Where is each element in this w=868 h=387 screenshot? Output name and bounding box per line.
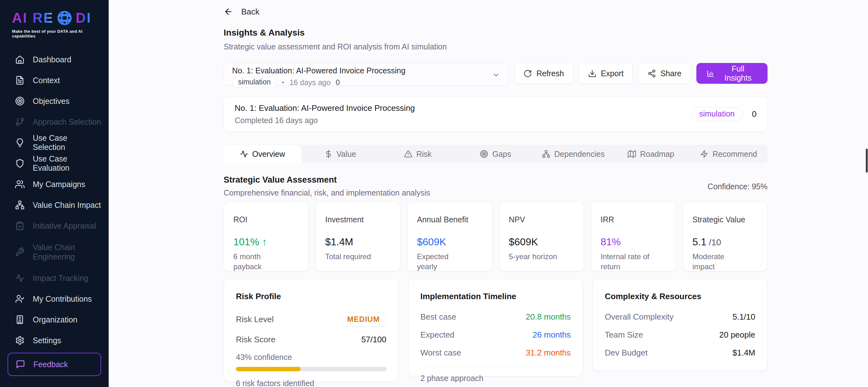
sidebar-item-objectives[interactable]: Objectives	[7, 91, 101, 111]
sidebar-item-value-chain-engineering: Value Chain Engineering	[7, 236, 101, 268]
metric-card-annual-benefit: Annual Benefit $609K Expected yearly	[407, 201, 492, 271]
expected-value: 26 months	[533, 330, 571, 340]
evaluation-count: 0	[752, 109, 756, 119]
page-title: Insights & Analysis	[224, 28, 768, 38]
evaluation-age: 16 days ago	[289, 78, 331, 87]
tab-dependencies[interactable]: Dependencies	[534, 145, 612, 163]
wrench-icon	[15, 247, 25, 257]
arrow-left-icon	[224, 7, 233, 17]
divider	[421, 366, 571, 366]
simulation-badge: simulation	[232, 77, 277, 88]
bar-chart-icon	[707, 69, 715, 78]
tab-recommend[interactable]: Recommend	[690, 145, 768, 163]
sidebar-item-value-chain-impact[interactable]: Value Chain Impact	[7, 195, 101, 215]
download-icon	[588, 69, 596, 78]
activity-icon	[15, 273, 25, 283]
sidebar-item-use-case-selection[interactable]: Use Case Selection	[7, 132, 101, 153]
risk-profile-panel: Risk Profile Risk Level MEDIUM Risk Scor…	[224, 279, 399, 382]
network-icon	[15, 200, 25, 210]
evaluation-select[interactable]: No. 1: Evaluation: AI-Powered Invoice Pr…	[224, 63, 509, 86]
simulation-badge: simulation	[691, 107, 743, 121]
sidebar-item-settings[interactable]: Settings	[7, 330, 101, 351]
app-window: AI RE DI Make the best of your DATA and …	[0, 0, 868, 387]
back-button[interactable]: Back	[224, 7, 271, 17]
worst-case-value: 31.2 months	[526, 348, 571, 358]
risk-factors-text: 6 risk factors identified	[236, 379, 386, 387]
chat-icon	[16, 360, 25, 369]
metric-card-roi: ROI 101% ↑ 6 month payback	[224, 201, 309, 271]
home-icon	[15, 55, 25, 64]
tab-overview[interactable]: Overview	[224, 145, 301, 163]
strategic-value-value: 5.1 /10	[692, 236, 758, 248]
gear-icon	[15, 336, 25, 345]
sidebar-item-initiative-appraisal: Initiative Appraisal	[7, 215, 101, 236]
sidebar-item-feedback[interactable]: Feedback	[7, 353, 101, 376]
network-icon	[542, 150, 550, 158]
export-button[interactable]: Export	[579, 63, 633, 84]
brand-logo: AI RE DI Make the best of your DATA and …	[7, 9, 101, 38]
implementation-timeline-panel: Implementation Timeline Best case 20.8 m…	[408, 279, 583, 376]
evaluation-title: No. 1: Evaluation: AI-Powered Invoice Pr…	[235, 103, 415, 113]
sidebar-item-my-campaigns[interactable]: My Campaigns	[7, 174, 101, 195]
globe-mesh-icon	[56, 9, 73, 27]
map-icon	[628, 150, 636, 158]
metric-cards: ROI 101% ↑ 6 month payback Investment $1…	[224, 201, 768, 271]
assessment-header: Strategic Value Assessment Comprehensive…	[224, 175, 768, 197]
best-case-value: 20.8 months	[526, 312, 571, 322]
dollar-icon	[324, 150, 333, 158]
sidebar-item-impact-tracking: Impact Tracking	[7, 268, 101, 288]
evaluation-completed-text: Completed 16 days ago	[235, 116, 415, 125]
risk-progress-bar	[236, 367, 386, 371]
share-button[interactable]: Share	[639, 63, 691, 84]
confidence-text: Confidence: 95%	[708, 175, 768, 197]
brand-text-right: DI	[75, 10, 91, 26]
risk-progress-fill	[236, 367, 301, 371]
sidebar-item-organization[interactable]: Organization	[7, 309, 101, 330]
shield-icon	[15, 159, 25, 168]
refresh-icon	[523, 69, 532, 78]
metric-card-strategic-value: Strategic Value 5.1 /10 Moderate impact	[683, 201, 768, 271]
building-icon	[15, 315, 25, 324]
risk-level-badge: MEDIUM	[340, 312, 386, 326]
scrollbar-thumb[interactable]	[866, 149, 868, 172]
tab-value[interactable]: Value	[301, 145, 379, 163]
complexity-resources-panel: Complexity & Resources Overall Complexit…	[592, 279, 768, 370]
tab-risk[interactable]: Risk	[379, 145, 457, 163]
sidebar-item-my-contributions[interactable]: My Contributions	[7, 288, 101, 309]
metric-card-npv: NPV $609K 5-year horizon	[499, 201, 584, 271]
phase-approach-text: 2 phase approach	[421, 374, 571, 383]
page-subtitle: Strategic value assessment and ROI analy…	[224, 42, 768, 52]
lightbulb-icon	[15, 138, 25, 148]
risk-score-value: 57/100	[361, 335, 386, 345]
investment-value: $1.4M	[326, 236, 391, 248]
metric-card-investment: Investment $1.4M Total required	[316, 201, 401, 271]
tab-roadmap[interactable]: Roadmap	[612, 145, 690, 163]
sidebar-item-use-case-evaluation[interactable]: Use Case Evaluation	[7, 153, 101, 174]
brand-text-left: AI RE	[12, 10, 54, 26]
brand-tagline: Make the best of your DATA and AI capabi…	[12, 29, 101, 38]
irr-value: 81%	[600, 236, 666, 248]
sidebar-nav: Dashboard Context Objectives Approach Se…	[7, 49, 101, 376]
sidebar-item-approach-selection: Approach Selection	[7, 111, 101, 132]
sidebar-item-dashboard[interactable]: Dashboard	[7, 49, 101, 70]
annual-benefit-value: $609K	[417, 236, 483, 248]
npv-value: $609K	[509, 236, 575, 248]
meta-separator: •	[282, 78, 284, 87]
insights-tab-bar: Overview Value Risk Gaps Dependencies Ro…	[224, 145, 768, 163]
zap-icon	[700, 150, 708, 158]
assessment-title: Strategic Value Assessment	[224, 175, 430, 185]
sidebar: AI RE DI Make the best of your DATA and …	[0, 0, 108, 387]
tab-gaps[interactable]: Gaps	[457, 145, 534, 163]
sidebar-item-context[interactable]: Context	[7, 70, 101, 91]
full-insights-button[interactable]: Full Insights	[696, 63, 768, 84]
document-icon	[15, 75, 25, 85]
users-icon	[15, 180, 25, 189]
refresh-button[interactable]: Refresh	[514, 63, 573, 84]
detail-panels: Risk Profile Risk Level MEDIUM Risk Scor…	[224, 279, 768, 382]
assessment-subtitle: Comprehensive financial, risk, and imple…	[224, 188, 430, 197]
branch-icon	[15, 117, 25, 127]
overall-complexity-value: 5.1/10	[733, 312, 755, 322]
evaluation-summary-card: No. 1: Evaluation: AI-Powered Invoice Pr…	[224, 96, 768, 132]
main-content: Back Insights & Analysis Strategic value…	[108, 0, 868, 387]
user-check-icon	[15, 294, 25, 303]
